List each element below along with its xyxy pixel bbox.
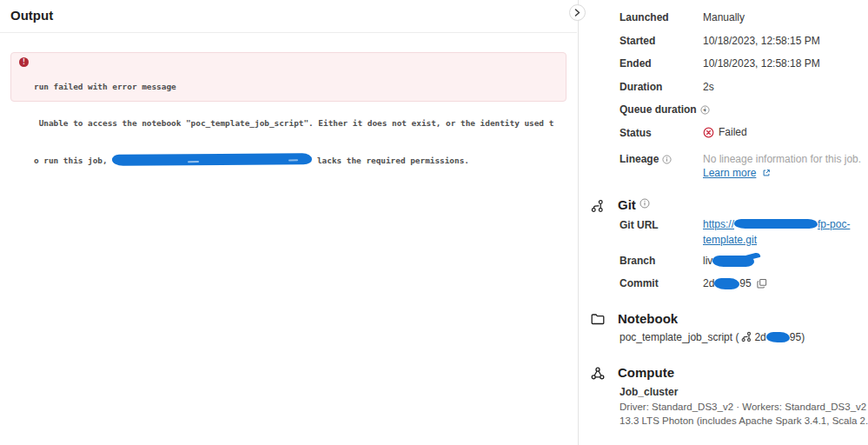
- output-panel: Output ! run failed with error message U…: [0, 0, 577, 445]
- duration-label: Duration: [620, 81, 662, 93]
- redaction-scribble: [734, 219, 818, 229]
- status-text: Failed: [719, 126, 747, 138]
- error-line-1: run failed with error message: [34, 81, 553, 93]
- notebook-reference: poc_template_job_script (2d95): [620, 331, 805, 343]
- git-url-value-line2: template.git: [703, 234, 757, 246]
- info-icon[interactable]: [639, 198, 650, 209]
- ended-value: 10/18/2023, 12:58:18 PM: [703, 57, 820, 70]
- compute-cluster-icon: [591, 367, 605, 380]
- collapse-panel-button[interactable]: [569, 4, 586, 21]
- started-value: 10/18/2023, 12:58:15 PM: [703, 35, 820, 47]
- branch-prefix: liv: [703, 255, 712, 267]
- duration-value: 2s: [703, 81, 714, 93]
- redaction-scribble: [712, 256, 754, 267]
- commit-value: 2d95: [703, 277, 767, 289]
- notebook-section-heading: Notebook: [618, 311, 678, 326]
- commit-prefix: 2d: [703, 277, 714, 289]
- queue-duration-value: -: [703, 103, 706, 116]
- failed-status-icon: [703, 127, 714, 138]
- branch-label: Branch: [620, 255, 655, 267]
- notebook-paren: (: [735, 331, 739, 343]
- error-line-3-suffix: lacks the required permissions.: [312, 156, 469, 165]
- folder-icon: [591, 313, 605, 325]
- redaction-scribble: [714, 278, 739, 289]
- branch-value: liv: [703, 255, 754, 267]
- error-line-3-prefix: o run this job,: [34, 156, 112, 165]
- git-commit-icon: [741, 331, 752, 342]
- git-url-label: Git URL: [620, 219, 659, 231]
- lineage-label: Lineage: [620, 153, 672, 165]
- started-label: Started: [620, 35, 655, 47]
- status-label: Status: [620, 127, 652, 139]
- info-icon[interactable]: [662, 155, 672, 164]
- learn-more-link[interactable]: Learn more: [703, 167, 756, 179]
- divider: [0, 32, 577, 33]
- launched-label: Launched: [620, 11, 669, 23]
- lineage-label-text: Lineage: [620, 153, 659, 165]
- git-icon: [591, 199, 604, 213]
- error-message: run failed with error message Unable to …: [34, 56, 553, 190]
- git-url-link-line2[interactable]: template.git: [703, 234, 757, 246]
- cluster-name: Job_cluster: [620, 386, 678, 398]
- redaction-scribble: [766, 332, 790, 342]
- cluster-detail-line1: Driver: Standard_DS3_v2 · Workers: Stand…: [620, 402, 868, 412]
- error-line-2: Unable to access the notebook "poc_templ…: [34, 117, 553, 130]
- external-link-icon: [762, 169, 771, 177]
- git-url-prefix: https://: [703, 218, 734, 230]
- copy-commit-button[interactable]: [757, 278, 767, 289]
- notebook-commit-suffix: 95): [790, 331, 805, 343]
- run-details-panel: Launched Manually Started 10/18/2023, 12…: [578, 0, 868, 445]
- queue-duration-label: Queue duration: [620, 103, 710, 116]
- queue-duration-label-text: Queue duration: [620, 103, 697, 116]
- error-icon: !: [19, 57, 29, 67]
- commit-suffix: 95: [739, 277, 751, 289]
- notebook-commit-prefix: 2d: [754, 331, 765, 343]
- notebook-name: poc_template_job_script: [620, 331, 732, 343]
- git-url-link[interactable]: https://fp-poc-: [703, 218, 850, 230]
- job-run-page: Output ! run failed with error message U…: [0, 0, 868, 445]
- git-url-tail: fp-poc-: [818, 218, 850, 230]
- error-banner: ! run failed with error message Unable t…: [10, 52, 567, 102]
- status-value: Failed: [703, 126, 747, 138]
- chevron-right-icon: [573, 9, 581, 17]
- lineage-learn-more: Learn more: [703, 167, 771, 179]
- redaction-scribble: [112, 153, 312, 166]
- git-section-heading: Git: [618, 197, 650, 212]
- launched-value: Manually: [703, 11, 745, 23]
- page-title: Output: [10, 8, 53, 23]
- error-line-3: o run this job, lacks the required permi…: [34, 154, 553, 166]
- git-url-value-line1: https://fp-poc-: [703, 218, 850, 230]
- compute-section-heading: Compute: [618, 365, 674, 380]
- ended-label: Ended: [620, 57, 652, 70]
- git-heading-text: Git: [618, 197, 636, 212]
- lineage-value: No lineage information for this job.: [703, 153, 861, 165]
- commit-label: Commit: [620, 277, 659, 289]
- cluster-detail-line2: 13.3 LTS Photon (includes Apache Spark 3…: [620, 415, 868, 426]
